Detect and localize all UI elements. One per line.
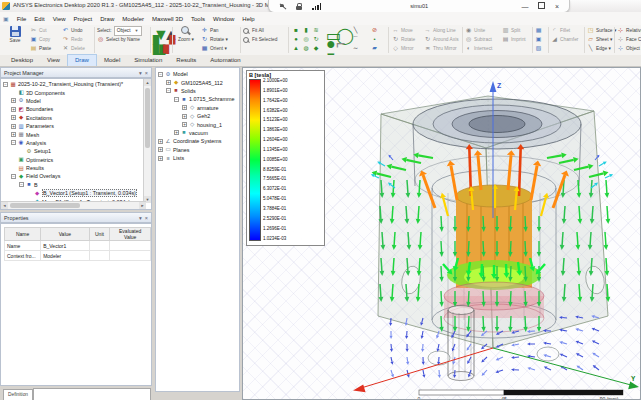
split-button[interactable]: ▥Split — [502, 26, 526, 35]
project-tree-item[interactable]: −◉Analysis — [3, 139, 151, 147]
project-tree-item[interactable]: +◆Excitations — [3, 114, 151, 122]
expander-plus-icon[interactable]: + — [11, 124, 16, 129]
lock-icon[interactable] — [296, 6, 302, 10]
mirror-button[interactable]: ◇Mirror — [392, 44, 415, 53]
pin-icon[interactable]: ▾ — [139, 215, 142, 221]
relative-cs-button[interactable]: ⊹Relative CS — [617, 26, 641, 35]
fit-all-button[interactable]: Fit All — [243, 26, 277, 35]
fillet-button[interactable]: ◜Fillet — [551, 26, 578, 35]
intersect-button[interactable]: ◐Intersect — [465, 44, 492, 53]
measure-icon[interactable]: ▙ — [153, 44, 163, 53]
project-tree-vscrollbar[interactable]: ▲▼ — [143, 79, 151, 203]
project-tree-item[interactable]: +◆B_Vector1 (Setup1 : Transient, 0.034s) — [3, 189, 151, 197]
expander-minus-icon[interactable]: − — [174, 97, 179, 102]
project-tree-item[interactable]: +▦Mesh — [3, 130, 151, 138]
copy-button[interactable]: ▣Copy — [30, 35, 51, 44]
draw-arc-button[interactable]: ⌒ — [352, 35, 359, 44]
project-tree-item[interactable]: +◩Boundaries — [3, 105, 151, 113]
pan-button[interactable]: ✛Pan — [201, 26, 228, 35]
notifications-muted-icon[interactable] — [279, 3, 286, 10]
duplicate-around-axis-button[interactable]: ↻Around Axis — [424, 35, 459, 44]
expander-minus-icon[interactable]: − — [158, 72, 163, 77]
session-close-button[interactable]: × — [549, 1, 565, 12]
history-tree-icon[interactable]: ▚ — [153, 35, 163, 44]
model-tree-item[interactable]: −■1.0715_Schramme — [158, 95, 239, 103]
fit-selected-button[interactable]: Fit Selected — [243, 35, 277, 44]
undo-button[interactable]: ↶Undo — [62, 26, 85, 35]
model-tree-item[interactable]: +≡Lists — [158, 154, 239, 162]
surface-menu-button[interactable]: ◳Surface ▾ — [587, 26, 616, 35]
draw-line-button[interactable]: ╲ — [352, 26, 359, 35]
expander-plus-icon[interactable]: + — [11, 107, 16, 112]
menu-file[interactable]: File — [13, 13, 31, 25]
draw-circle-icon[interactable]: ● — [326, 35, 336, 44]
menu-draw[interactable]: Draw — [96, 13, 118, 25]
expander-plus-icon[interactable]: + — [182, 122, 187, 127]
tab-view[interactable]: View — [40, 55, 67, 66]
draw-ellipsoid-icon[interactable]: ◍ — [301, 44, 311, 53]
redo-button[interactable]: ↷Redo — [62, 35, 85, 44]
expander-plus-icon[interactable]: + — [166, 80, 171, 85]
face-cs-button[interactable]: ⊹Face CS — [617, 35, 641, 44]
draw-ellipse-icon[interactable]: ◯ — [336, 26, 346, 35]
sweep-disabled-button[interactable]: ⊘ — [371, 26, 378, 35]
menu-window[interactable]: Window — [209, 13, 238, 25]
project-tree-item[interactable]: +⚙Setup1 — [3, 147, 151, 155]
tab-automation[interactable]: Automation — [203, 55, 247, 66]
expander-minus-icon[interactable]: − — [3, 82, 8, 87]
view-option-1-button[interactable]: ▦ — [535, 26, 542, 35]
expander-plus-icon[interactable]: + — [182, 105, 187, 110]
unite-button[interactable]: ◉Unite — [465, 26, 492, 35]
draw-plane-button[interactable]: ▰ — [371, 44, 378, 53]
model-tree-item[interactable]: +▭Planes — [158, 146, 239, 154]
properties-row[interactable]: NameB_Vector1 — [5, 241, 151, 251]
project-tree-item[interactable]: +▣Optimetrics — [3, 156, 151, 164]
draw-torus-icon[interactable]: ◎ — [301, 35, 311, 44]
draw-point-button[interactable]: • — [371, 35, 378, 44]
chamfer-button[interactable]: ◢Chamfer — [551, 35, 578, 44]
expander-plus-icon[interactable]: + — [158, 147, 163, 152]
expander-plus-icon[interactable]: + — [174, 130, 179, 135]
draw-spline-button[interactable]: ∼ — [352, 44, 359, 53]
pin-icon[interactable]: ▾ — [139, 70, 142, 76]
project-tree-item[interactable]: +▤Results — [3, 164, 151, 172]
expander-minus-icon[interactable]: − — [19, 182, 24, 187]
edge-menu-button[interactable]: ╲Edge ▾ — [587, 44, 616, 53]
project-tree-item[interactable]: +▥Parameters — [3, 122, 151, 130]
model-tree-item[interactable]: +◆GM1025A45_112 — [158, 78, 239, 86]
draw-cone-icon[interactable]: ▲ — [291, 44, 301, 53]
menu-modeler[interactable]: Modeler — [118, 13, 148, 25]
definition-tab[interactable]: Definition — [3, 389, 33, 400]
expander-plus-icon[interactable]: + — [11, 132, 16, 137]
duplicate-thru-mirror-button[interactable]: ≍Thru Mirror — [424, 44, 459, 53]
import-model-icon[interactable]: ▼ — [153, 26, 163, 35]
draw-sphere-icon[interactable]: ● — [291, 35, 301, 44]
menu-tools[interactable]: Tools — [187, 13, 209, 25]
draw-spiral-icon[interactable]: ↻ — [311, 35, 321, 44]
project-tree-item[interactable]: +⚙Model — [3, 97, 151, 105]
menu-help[interactable]: Help — [238, 13, 258, 25]
draw-polyline-icon[interactable]: ⌐ — [336, 35, 346, 44]
delete-button[interactable]: ✕Delete — [62, 44, 85, 53]
draw-box-icon[interactable]: ■ — [291, 26, 301, 35]
menu-project[interactable]: Project — [70, 13, 97, 25]
save-button[interactable]: Save — [3, 26, 27, 43]
duplicate-along-line-button[interactable]: →Along Line — [424, 26, 459, 35]
model-tree-item[interactable]: +◇armature — [158, 104, 239, 112]
expander-minus-icon[interactable]: − — [11, 140, 16, 145]
sheet-menu-button[interactable]: ▱Sheet ▾ — [587, 35, 616, 44]
menu-view[interactable]: View — [49, 13, 70, 25]
cut-button[interactable]: ✂Cut — [30, 26, 51, 35]
orient-button[interactable]: ▦Orient ▾ — [201, 44, 228, 53]
move-button[interactable]: ↔Move — [392, 26, 415, 35]
model-tree-item[interactable]: +■vacuum — [158, 129, 239, 137]
project-tree-item[interactable]: −▦2025-10-22_Transient_Housing (Transien… — [3, 80, 151, 88]
model-tree-item[interactable]: −⚙Model — [158, 70, 239, 78]
model-tree-item[interactable]: +◇Geh2 — [158, 112, 239, 120]
draw-polyhedron-icon[interactable]: ◆ — [311, 44, 321, 53]
expander-plus-icon[interactable]: + — [182, 114, 187, 119]
draw-rectangle-icon[interactable]: ▭ — [326, 26, 336, 35]
view-option-3-button[interactable]: ▧ — [535, 44, 542, 53]
object-cs-button[interactable]: ⊹Object CS — [617, 44, 641, 53]
tab-model[interactable]: Model — [97, 55, 127, 66]
